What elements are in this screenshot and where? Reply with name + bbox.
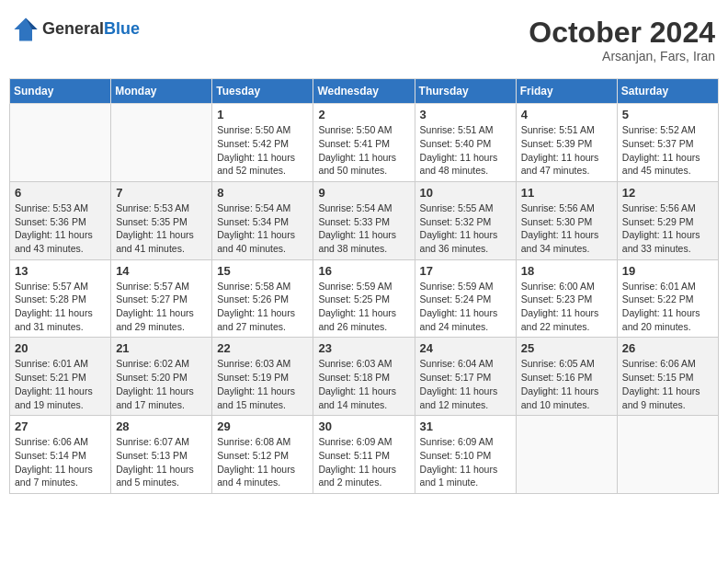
day-number: 5 (622, 108, 713, 121)
day-number: 8 (217, 186, 308, 200)
calendar-cell: 3Sunrise: 5:51 AM Sunset: 5:40 PM Daylig… (415, 104, 516, 182)
calendar-cell: 20Sunrise: 6:01 AM Sunset: 5:21 PM Dayli… (10, 338, 111, 416)
calendar-cell (111, 104, 212, 182)
day-info: Sunrise: 6:03 AM Sunset: 5:19 PM Dayligh… (217, 357, 308, 411)
calendar-cell: 5Sunrise: 5:52 AM Sunset: 5:37 PM Daylig… (617, 104, 718, 182)
day-number: 24 (420, 341, 511, 355)
day-info: Sunrise: 5:54 AM Sunset: 5:34 PM Dayligh… (217, 201, 308, 256)
day-number: 11 (521, 186, 612, 200)
calendar-cell: 31Sunrise: 6:09 AM Sunset: 5:10 PM Dayli… (415, 416, 516, 494)
calendar-cell (617, 416, 718, 494)
calendar-week-2: 6Sunrise: 5:53 AM Sunset: 5:36 PM Daylig… (10, 181, 719, 259)
calendar-cell: 16Sunrise: 5:59 AM Sunset: 5:25 PM Dayli… (313, 259, 415, 338)
calendar-cell: 13Sunrise: 5:57 AM Sunset: 5:28 PM Dayli… (10, 259, 111, 338)
calendar-cell: 30Sunrise: 6:09 AM Sunset: 5:11 PM Dayli… (313, 416, 415, 494)
calendar-cell (516, 416, 617, 494)
day-info: Sunrise: 5:54 AM Sunset: 5:33 PM Dayligh… (318, 201, 409, 256)
calendar-cell (10, 104, 111, 182)
day-info: Sunrise: 5:56 AM Sunset: 5:30 PM Dayligh… (521, 201, 612, 256)
calendar-cell: 12Sunrise: 5:56 AM Sunset: 5:29 PM Dayli… (617, 181, 718, 259)
calendar-week-1: 1Sunrise: 5:50 AM Sunset: 5:42 PM Daylig… (10, 104, 719, 182)
day-number: 26 (622, 341, 713, 355)
calendar-cell: 26Sunrise: 6:06 AM Sunset: 5:15 PM Dayli… (617, 338, 718, 416)
calendar-cell: 17Sunrise: 5:59 AM Sunset: 5:24 PM Dayli… (415, 259, 516, 338)
calendar-week-3: 13Sunrise: 5:57 AM Sunset: 5:28 PM Dayli… (10, 259, 719, 338)
col-header-thursday: Thursday (415, 79, 516, 104)
day-info: Sunrise: 5:59 AM Sunset: 5:25 PM Dayligh… (318, 280, 409, 334)
day-number: 17 (420, 264, 511, 278)
calendar-cell: 27Sunrise: 6:06 AM Sunset: 5:14 PM Dayli… (10, 416, 111, 494)
day-info: Sunrise: 6:06 AM Sunset: 5:14 PM Dayligh… (15, 435, 106, 489)
day-info: Sunrise: 5:55 AM Sunset: 5:32 PM Dayligh… (420, 201, 511, 256)
day-number: 4 (521, 108, 612, 121)
day-number: 16 (318, 264, 409, 278)
day-info: Sunrise: 5:58 AM Sunset: 5:26 PM Dayligh… (217, 280, 308, 334)
calendar-cell: 15Sunrise: 5:58 AM Sunset: 5:26 PM Dayli… (212, 259, 313, 338)
day-number: 27 (15, 419, 106, 433)
day-number: 9 (318, 186, 409, 200)
logo-icon (13, 17, 39, 42)
day-info: Sunrise: 5:53 AM Sunset: 5:35 PM Dayligh… (116, 201, 207, 256)
day-info: Sunrise: 6:06 AM Sunset: 5:15 PM Dayligh… (622, 357, 713, 411)
day-info: Sunrise: 6:08 AM Sunset: 5:12 PM Dayligh… (217, 435, 308, 489)
calendar-cell: 2Sunrise: 5:50 AM Sunset: 5:41 PM Daylig… (313, 104, 415, 182)
day-info: Sunrise: 6:09 AM Sunset: 5:10 PM Dayligh… (420, 435, 511, 489)
calendar-week-4: 20Sunrise: 6:01 AM Sunset: 5:21 PM Dayli… (10, 338, 719, 416)
day-number: 23 (318, 341, 409, 355)
calendar-cell: 11Sunrise: 5:56 AM Sunset: 5:30 PM Dayli… (516, 181, 617, 259)
day-info: Sunrise: 6:03 AM Sunset: 5:18 PM Dayligh… (318, 357, 409, 411)
logo: GeneralBlue (13, 17, 140, 42)
calendar-cell: 8Sunrise: 5:54 AM Sunset: 5:34 PM Daylig… (212, 181, 313, 259)
calendar-cell: 21Sunrise: 6:02 AM Sunset: 5:20 PM Dayli… (111, 338, 212, 416)
calendar-cell: 4Sunrise: 5:51 AM Sunset: 5:39 PM Daylig… (516, 104, 617, 182)
calendar-cell: 10Sunrise: 5:55 AM Sunset: 5:32 PM Dayli… (415, 181, 516, 259)
calendar-cell: 9Sunrise: 5:54 AM Sunset: 5:33 PM Daylig… (313, 181, 415, 259)
day-number: 6 (15, 186, 106, 200)
day-number: 13 (15, 264, 106, 278)
day-number: 3 (420, 108, 511, 121)
day-info: Sunrise: 5:50 AM Sunset: 5:41 PM Dayligh… (318, 123, 409, 178)
day-info: Sunrise: 5:57 AM Sunset: 5:27 PM Dayligh… (116, 280, 207, 334)
day-info: Sunrise: 6:01 AM Sunset: 5:22 PM Dayligh… (622, 280, 713, 334)
day-number: 29 (217, 419, 308, 433)
calendar-cell: 24Sunrise: 6:04 AM Sunset: 5:17 PM Dayli… (415, 338, 516, 416)
calendar-cell: 29Sunrise: 6:08 AM Sunset: 5:12 PM Dayli… (212, 416, 313, 494)
day-number: 1 (217, 108, 308, 121)
day-info: Sunrise: 6:09 AM Sunset: 5:11 PM Dayligh… (318, 435, 409, 489)
day-info: Sunrise: 5:57 AM Sunset: 5:28 PM Dayligh… (15, 280, 106, 334)
day-info: Sunrise: 5:51 AM Sunset: 5:40 PM Dayligh… (420, 123, 511, 178)
calendar-cell: 19Sunrise: 6:01 AM Sunset: 5:22 PM Dayli… (617, 259, 718, 338)
day-number: 12 (622, 186, 713, 200)
col-header-tuesday: Tuesday (212, 79, 313, 104)
day-number: 21 (116, 341, 207, 355)
calendar-cell: 25Sunrise: 6:05 AM Sunset: 5:16 PM Dayli… (516, 338, 617, 416)
col-header-sunday: Sunday (10, 79, 111, 104)
day-info: Sunrise: 6:04 AM Sunset: 5:17 PM Dayligh… (420, 357, 511, 411)
calendar-header-row: SundayMondayTuesdayWednesdayThursdayFrid… (10, 79, 719, 104)
logo-general: General (42, 19, 104, 38)
day-info: Sunrise: 6:02 AM Sunset: 5:20 PM Dayligh… (116, 357, 207, 411)
day-number: 31 (420, 419, 511, 433)
calendar-cell: 28Sunrise: 6:07 AM Sunset: 5:13 PM Dayli… (111, 416, 212, 494)
day-number: 20 (15, 341, 106, 355)
day-number: 18 (521, 264, 612, 278)
day-number: 22 (217, 341, 308, 355)
location-subtitle: Arsanjan, Fars, Iran (529, 49, 715, 63)
calendar-week-5: 27Sunrise: 6:06 AM Sunset: 5:14 PM Dayli… (10, 416, 719, 494)
day-number: 15 (217, 264, 308, 278)
day-number: 19 (622, 264, 713, 278)
calendar-cell: 6Sunrise: 5:53 AM Sunset: 5:36 PM Daylig… (10, 181, 111, 259)
day-number: 7 (116, 186, 207, 200)
day-info: Sunrise: 6:05 AM Sunset: 5:16 PM Dayligh… (521, 357, 612, 411)
col-header-monday: Monday (111, 79, 212, 104)
calendar-table: SundayMondayTuesdayWednesdayThursdayFrid… (9, 78, 719, 494)
day-info: Sunrise: 5:59 AM Sunset: 5:24 PM Dayligh… (420, 280, 511, 334)
calendar-cell: 18Sunrise: 6:00 AM Sunset: 5:23 PM Dayli… (516, 259, 617, 338)
day-number: 28 (116, 419, 207, 433)
day-number: 30 (318, 419, 409, 433)
calendar-cell: 23Sunrise: 6:03 AM Sunset: 5:18 PM Dayli… (313, 338, 415, 416)
col-header-wednesday: Wednesday (313, 79, 415, 104)
day-number: 25 (521, 341, 612, 355)
calendar-cell: 22Sunrise: 6:03 AM Sunset: 5:19 PM Dayli… (212, 338, 313, 416)
col-header-friday: Friday (516, 79, 617, 104)
